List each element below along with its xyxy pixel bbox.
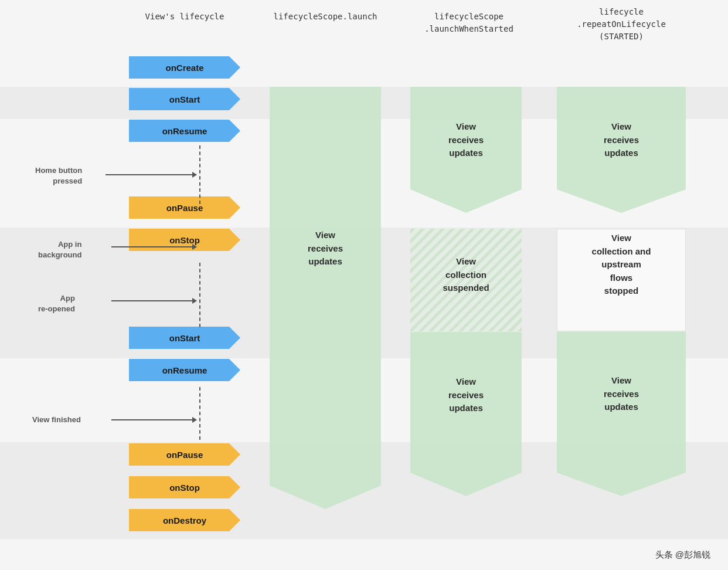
onresume2-label: onResume [162,365,207,375]
oncreate-label: onCreate [165,63,203,73]
arrow-home-button [106,174,196,175]
col2-header: lifecycleScope.launch [270,11,381,23]
label-app-background: App inbackground [38,239,81,260]
col2-green-shape [270,87,381,509]
label-app-reopened: Appre-opened [38,293,75,314]
onpause-arrow: onPause [129,196,240,219]
col4-text-updates2: Viewreceivesupdates [557,374,686,414]
onstop-arrow: onStop [129,229,240,251]
oncreate-arrow: onCreate [129,56,240,79]
ondestroy-arrow: onDestroy [129,509,240,531]
label-home-button: Home buttonpressed [35,165,82,186]
col4-text-stopped: Viewcollection andupstreamflowsstopped [557,232,686,298]
onpause2-label: onPause [166,450,203,460]
onpause-label: onPause [166,203,203,213]
onstart-label: onStart [169,94,200,104]
col3-text-suspended: Viewcollectionsuspended [410,255,522,295]
onstart2-label: onStart [169,333,200,343]
col3-header: lifecycleScope.launchWhenStarted [410,11,528,35]
svg-marker-4 [557,332,686,496]
footer-watermark: 头条 @彭旭锐 [655,549,710,561]
dashed-line-2 [199,263,200,327]
svg-marker-0 [270,87,381,509]
arrow-view-finished [111,419,196,420]
onresume-label: onResume [162,126,207,136]
arrow-app-reopened [111,300,196,301]
onpause2-arrow: onPause [129,443,240,466]
diagram-container: View's lifecycle lifecycleScope.launch l… [0,0,728,570]
col4-text-updates1: Viewreceivesupdates [557,120,686,160]
col2-text-updates: Viewreceivesupdates [270,229,381,269]
col3-text-updates1: Viewreceivesupdates [410,120,522,160]
col4-header: lifecycle.repeatOnLifecycle(STARTED) [557,6,686,43]
onstop2-arrow: onStop [129,476,240,498]
arrow-app-background [111,246,196,247]
onstop2-label: onStop [169,483,200,493]
onstart2-arrow: onStart [129,327,240,349]
ondestroy-label: onDestroy [163,515,206,525]
onresume2-arrow: onResume [129,359,240,381]
dashed-line-3 [199,387,200,440]
label-view-finished: View finished [32,415,81,425]
col4-green-bottom [557,332,686,496]
col3-text-updates2: Viewreceivesupdates [410,375,522,415]
col1-header: View's lifecycle [129,11,240,23]
onstop-label: onStop [169,235,200,245]
dashed-line-1 [199,145,200,204]
onresume-arrow: onResume [129,120,240,142]
onstart-arrow: onStart [129,88,240,110]
